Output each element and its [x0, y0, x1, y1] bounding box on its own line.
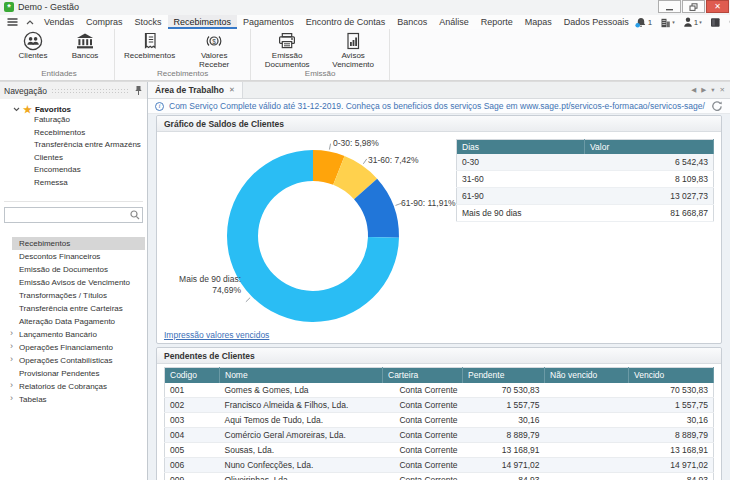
table-row[interactable]: 004Comércio Geral Amoreiras, Lda.Conta C…	[165, 428, 714, 443]
column-header[interactable]: Nome	[220, 368, 383, 383]
manual-button[interactable]	[710, 17, 721, 28]
column-header[interactable]: Não vencido	[545, 368, 629, 383]
expand-chevron-icon[interactable]: ›	[10, 392, 13, 405]
menu-tab[interactable]: Pagamentos	[237, 15, 300, 29]
tab-close-icon[interactable]: ✕	[229, 86, 235, 94]
sidebar-nav-item[interactable]: ›Operações Contabilísticas	[0, 354, 147, 367]
scroll-right-icon[interactable]: ▶	[701, 86, 706, 94]
emissao-documentos-button[interactable]: Emissão Documentos	[260, 31, 314, 69]
close-tab-icon[interactable]: ✕	[720, 86, 725, 94]
favorite-item[interactable]: Faturação	[0, 114, 147, 127]
expand-chevron-icon[interactable]: ›	[10, 353, 13, 366]
collapse-ribbon-icon[interactable]	[22, 20, 38, 25]
favorite-item[interactable]: Recebimentos	[0, 127, 147, 140]
tab-list-icon[interactable]: ▾	[711, 86, 714, 94]
favorite-item[interactable]: Encomendas	[0, 164, 147, 177]
menu-tab[interactable]: Reporte	[475, 15, 519, 29]
restore-button[interactable]	[682, 0, 705, 13]
pendentes-panel: Pendentes de Clientes CodigoNomeCarteira…	[156, 347, 722, 480]
column-header[interactable]: Dias	[457, 140, 585, 154]
label-leader-line	[363, 159, 366, 164]
table-row[interactable]: 31-608 109,83	[457, 171, 714, 188]
divider	[4, 201, 143, 202]
scroll-left-icon[interactable]: ◀	[691, 86, 696, 94]
table-row[interactable]: 001Gomes & Gomes, LdaConta Corrente70 53…	[165, 383, 714, 398]
sidebar-nav-item[interactable]: ›Relatorios de Cobranças	[0, 380, 147, 393]
sidebar-nav-item[interactable]: Alteração Data Pagamento	[0, 315, 147, 328]
table-row[interactable]: Mais de 90 dias81 668,87	[457, 205, 714, 222]
clientes-button[interactable]: Clientes	[13, 31, 53, 61]
nav-item-label: Operações Financiamento	[19, 343, 113, 352]
sidebar-nav-item[interactable]: ›Operações Financiamento	[0, 341, 147, 354]
sidebar-search-input[interactable]	[4, 207, 143, 223]
favorite-item[interactable]: Transferência entre Armazéns	[0, 139, 147, 152]
sidebar-nav-item[interactable]: Transferência entre Carteiras	[0, 302, 147, 315]
menu-tab[interactable]: Dados Pessoais	[558, 15, 635, 29]
label-leader-line	[329, 144, 330, 150]
ribbon-group-emissao: Emissão Documentos Avisos Vencimento Emi…	[251, 29, 390, 80]
column-header[interactable]: Vencido	[629, 368, 714, 383]
avisos-vencimento-button[interactable]: Avisos Vencimento	[326, 31, 380, 69]
company-button[interactable]: ▾	[660, 17, 675, 28]
sidebar-nav-item[interactable]: Recebimentos	[12, 237, 145, 250]
column-header[interactable]: Codigo	[165, 368, 220, 383]
info-icon: i	[155, 102, 164, 111]
work-area: Área de Trabalho ✕ ◀ ▶ ▾ ✕ i Com Serviço…	[148, 82, 730, 480]
menu-tab[interactable]: Recebimentos	[168, 15, 238, 29]
notice-text[interactable]: Com Serviço Complete válido até 31-12-20…	[169, 101, 705, 111]
table-row[interactable]: 0-306 542,43	[457, 154, 714, 171]
bancos-button[interactable]: Bancos	[65, 31, 105, 61]
column-header[interactable]: Pendente	[463, 368, 545, 383]
table-row[interactable]: 005Sousas, Lda.Conta Corrente13 168,9113…	[165, 443, 714, 458]
recebimentos-button[interactable]: Recebimentos	[124, 31, 175, 61]
notifications-count: 1	[648, 18, 652, 27]
user-button[interactable]: 1 ▾	[683, 17, 702, 27]
pin-icon[interactable]	[134, 85, 143, 96]
minimize-icon	[665, 3, 674, 11]
hamburger-menu-icon[interactable]	[3, 18, 22, 26]
menu-tab[interactable]: Mapas	[519, 15, 558, 29]
svg-text:$: $	[212, 38, 216, 45]
favorites-header[interactable]: ★ Favoritos	[0, 105, 147, 114]
nav-item-label: Tabelas	[19, 395, 47, 404]
expand-chevron-icon[interactable]: ›	[10, 340, 13, 353]
table-row[interactable]: 006Nuno Confecções, Lda.Conta Corrente14…	[165, 458, 714, 473]
print-overdue-link[interactable]: Impressão valores vencidos	[164, 330, 269, 340]
table-row[interactable]: 61-9013 027,73	[457, 188, 714, 205]
sidebar-nav-item[interactable]: Emissão de Documentos	[0, 263, 147, 276]
sidebar-nav-item[interactable]: ›Lançamento Bancário	[0, 328, 147, 341]
column-header[interactable]: Valor	[585, 140, 714, 154]
expand-chevron-icon[interactable]: ›	[10, 327, 13, 340]
favorite-item[interactable]: Remessa	[0, 177, 147, 190]
close-button[interactable]: ✕	[706, 0, 729, 13]
notifications-button[interactable]: 1	[635, 17, 652, 28]
document-tabstrip: Área de Trabalho ✕ ◀ ▶ ▾ ✕	[148, 82, 730, 99]
favorite-item[interactable]: Clientes	[0, 152, 147, 165]
table-row[interactable]: 009Oliveirinhas, Lda.Conta Corrente84,93…	[165, 473, 714, 480]
menu-tab[interactable]: Bancos	[391, 15, 433, 29]
menu-tab[interactable]: Stocks	[129, 15, 168, 29]
refresh-button[interactable]	[711, 100, 723, 112]
ribbon-group-recebimentos: Recebimentos $ Valores Receber Recebimen…	[115, 29, 251, 80]
table-row[interactable]: 002Francisco Almeida & Filhos, Lda.Conta…	[165, 398, 714, 413]
sidebar-nav-item[interactable]: Descontos Financeiros	[0, 250, 147, 263]
table-header-row: DiasValor	[457, 140, 714, 154]
tab-area-de-trabalho[interactable]: Área de Trabalho ✕	[148, 82, 243, 98]
coin-icon: $	[204, 31, 224, 51]
aging-table: DiasValor 0-306 542,4331-608 109,8361-90…	[456, 139, 714, 222]
sidebar-nav-item[interactable]: Provisionar Pendentes	[0, 367, 147, 380]
menu-tab[interactable]: Encontro de Contas	[300, 15, 392, 29]
sidebar-nav-item[interactable]: ›Tabelas	[0, 393, 147, 406]
table-row[interactable]: 003Aqui Temos de Tudo, Lda.Conta Corrent…	[165, 413, 714, 428]
valores-receber-button[interactable]: $ Valores Receber	[187, 31, 241, 69]
button-label: Clientes	[19, 52, 48, 61]
sidebar-nav-item[interactable]: Transformações / Títulos	[0, 289, 147, 302]
menu-tab[interactable]: Análise	[433, 15, 475, 29]
minimize-button[interactable]	[658, 0, 681, 13]
menu-tab[interactable]: Compras	[80, 15, 129, 29]
menu-tab[interactable]: Vendas	[38, 15, 80, 29]
sidebar-nav-item[interactable]: Emissão Avisos de Vencimento	[0, 276, 147, 289]
search-icon[interactable]	[130, 210, 140, 220]
column-header[interactable]: Carteira	[383, 368, 463, 383]
expand-chevron-icon[interactable]: ›	[10, 379, 13, 392]
